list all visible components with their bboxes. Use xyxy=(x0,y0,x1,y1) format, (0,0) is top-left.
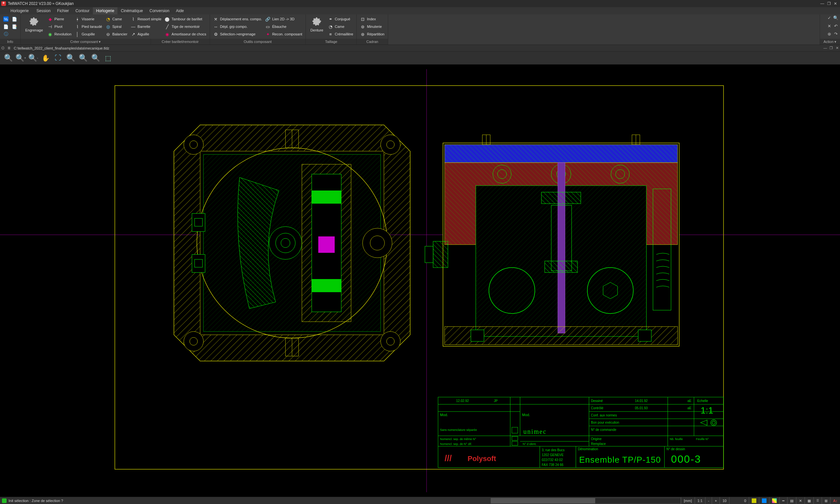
info-btn-percent[interactable]: % xyxy=(3,16,9,22)
zoom-out-icon[interactable]: 🔍- xyxy=(28,53,38,63)
svg-text:///: /// xyxy=(444,453,452,463)
status-snap-icon[interactable]: ⊞ xyxy=(822,497,830,504)
status-color2-icon[interactable] xyxy=(759,497,769,504)
status-dots-icon[interactable]: ⠿ xyxy=(813,497,822,504)
index-button[interactable]: ⊡Index xyxy=(359,16,385,22)
status-color3-icon[interactable] xyxy=(769,497,779,504)
view-3d-icon[interactable]: ⬚ xyxy=(103,53,113,63)
menu-session[interactable]: Session xyxy=(33,7,54,14)
pierre-button[interactable]: ◆Pierre xyxy=(47,16,72,22)
menu-horlogerie-root[interactable]: Horlogerie xyxy=(7,7,32,14)
status-cancel-icon[interactable]: ✕ xyxy=(796,497,805,504)
denture-button[interactable]: Denture xyxy=(309,16,325,33)
check-icon[interactable]: ✓ xyxy=(826,15,832,21)
status-unit[interactable]: [mm] xyxy=(681,497,694,504)
repartition-button[interactable]: ⊛Répartition xyxy=(359,31,385,37)
ribbon-panel-taillage: Denture ⚭Conjugué ◔Came ≡Crémaillère Tai… xyxy=(306,14,357,44)
svg-text:05.01.93: 05.01.93 xyxy=(635,406,648,410)
minimize-button[interactable]: — xyxy=(819,1,826,6)
goupille-button[interactable]: │Goupille xyxy=(74,31,103,37)
target-icon[interactable]: ⊕ xyxy=(826,32,832,37)
cross-icon[interactable]: ✕ xyxy=(826,24,832,29)
cremaillere-button[interactable]: ≡Crémaillère xyxy=(327,31,354,37)
document-path: C:\tellwatch_2022_client_final\samples\d… xyxy=(12,46,109,50)
svg-text:Remplace: Remplace xyxy=(591,442,606,446)
barrette-button[interactable]: —Barrette xyxy=(130,23,162,30)
revolution-button[interactable]: ◉Revolution xyxy=(47,31,72,37)
svg-text:Sans nomenclature séparée: Sans nomenclature séparée xyxy=(440,428,477,432)
menu-conversion[interactable]: Conversion xyxy=(146,7,173,14)
minuterie-button[interactable]: ⊚Minuterie xyxy=(359,23,385,30)
zoom-in-icon[interactable]: 🔍+ xyxy=(16,53,25,63)
status-minus[interactable]: - xyxy=(705,497,712,504)
sel-engr-button[interactable]: ⚙Sélection->engrenage xyxy=(213,31,263,37)
doc-minimize-icon[interactable]: — xyxy=(822,46,828,50)
amortisseur-button[interactable]: ◉Amortisseur de chocs xyxy=(164,31,207,37)
info-btn-doc3[interactable]: 📑 xyxy=(11,23,18,30)
svg-rect-29 xyxy=(192,254,205,272)
svg-point-14 xyxy=(381,331,400,351)
cad-viewport[interactable]: Mod. 12.02.92 JP Mod. Dessiné 14.01.92 a… xyxy=(0,65,840,497)
visserie-button[interactable]: ⍿Visserie xyxy=(74,16,103,22)
engrenage-button[interactable]: Engrenage xyxy=(23,16,45,33)
doc-restore-icon[interactable]: ❐ xyxy=(828,46,834,50)
zoom-region-icon[interactable]: 🔍 xyxy=(78,53,88,63)
hscroll[interactable] xyxy=(491,498,681,504)
doc-tree-icon[interactable]: ⌬ xyxy=(0,46,6,50)
zoom-window-icon[interactable]: 🔍 xyxy=(3,53,13,63)
depl-ens-button[interactable]: ⤧Déplacement ens. compo. xyxy=(213,16,263,22)
pied-taraude-button[interactable]: ⌇Pied taraudé xyxy=(74,23,103,30)
svg-text:N° de dessin: N° de dessin xyxy=(666,447,685,451)
search-icon[interactable]: 🔍 xyxy=(833,15,838,21)
tambour-button[interactable]: ⬤Tambour de barillet xyxy=(164,16,207,22)
tige-button[interactable]: ╱Tige de remontoir xyxy=(164,23,207,30)
status-prompt: Init sélection : Zone de sélection ? xyxy=(8,499,63,503)
svg-rect-104 xyxy=(512,442,518,445)
status-plus[interactable]: + xyxy=(712,497,719,504)
pan-icon[interactable]: ✋ xyxy=(41,53,51,63)
menu-fichier[interactable]: Fichier xyxy=(54,7,72,14)
info-btn-info[interactable]: ⓘ xyxy=(3,31,9,37)
status-grid-icon[interactable]: ▦ xyxy=(805,497,813,504)
redo-icon[interactable]: ↷ xyxy=(833,32,838,37)
menu-horlogerie[interactable]: Horlogerie xyxy=(93,7,118,14)
balancier-button[interactable]: ⊖Balancier xyxy=(105,31,128,37)
recon-button[interactable]: ✦Recon. composant xyxy=(264,31,303,37)
ebauche-button[interactable]: ▭Ébauche xyxy=(264,23,303,30)
zoom-realtime-icon[interactable]: 🔍 xyxy=(91,53,100,63)
svg-rect-37 xyxy=(444,145,678,163)
undo-icon[interactable]: ↶ xyxy=(833,24,838,29)
menu-aide[interactable]: Aide xyxy=(173,7,187,14)
conjugue-button[interactable]: ⚭Conjugué xyxy=(327,16,354,22)
maximize-button[interactable]: ❐ xyxy=(826,1,832,6)
came-taillage-button[interactable]: ◔Came xyxy=(327,23,354,30)
info-btn-doc2[interactable]: 📄 xyxy=(11,16,18,22)
status-line-icon[interactable]: ━ xyxy=(779,497,787,504)
doc-list-icon[interactable]: ≣ xyxy=(6,46,12,50)
doc-close-icon[interactable]: ✕ xyxy=(834,46,840,50)
came-button[interactable]: ◔Came xyxy=(105,16,128,22)
aiguille-button[interactable]: ↗Aiguille xyxy=(130,31,162,37)
zoom-fit-icon[interactable]: ⛶ xyxy=(53,53,63,63)
depl-grp-button[interactable]: ↔Dépl. grp compo. xyxy=(213,23,263,30)
lien-3d-button[interactable]: 🔗Lien 2D -> 3D xyxy=(264,16,303,22)
status-a-icon[interactable]: A↕ xyxy=(830,497,840,504)
zoom-prev-icon[interactable]: 🔍 xyxy=(66,53,75,63)
balance-icon: ⊖ xyxy=(105,32,110,37)
spiral-button[interactable]: ◎Spiral xyxy=(105,23,128,30)
menu-cinematique[interactable]: Cinématique xyxy=(118,7,146,14)
pivot-button[interactable]: ⊣Pivot xyxy=(47,23,72,30)
status-scale[interactable]: 1:1 xyxy=(695,497,705,504)
ribbon-caption-creer[interactable]: Créer composant ▾ xyxy=(21,39,151,44)
status-layer-icon[interactable]: ▤ xyxy=(787,497,796,504)
status-step[interactable]: 10 xyxy=(720,497,729,504)
status-input[interactable]: 0 xyxy=(729,497,749,504)
info-btn-doc[interactable]: 📄 xyxy=(3,23,9,30)
status-color1-icon[interactable] xyxy=(749,497,759,504)
ressort-button[interactable]: ⌇Ressort simple xyxy=(130,16,162,22)
ribbon-caption-action[interactable]: Action ▾ xyxy=(820,39,840,44)
close-button[interactable]: ✕ xyxy=(832,1,839,6)
menu-contour[interactable]: Contour xyxy=(72,7,93,14)
menu-bar: Horlogerie Session Fichier Contour Horlo… xyxy=(0,7,840,14)
distrib-icon: ⊛ xyxy=(360,32,365,37)
